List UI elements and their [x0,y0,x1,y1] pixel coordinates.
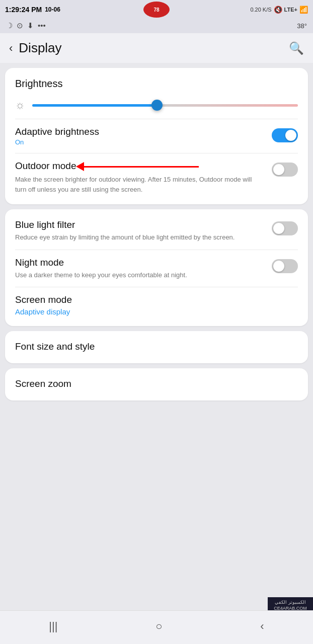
divider-1 [15,119,298,119]
outdoor-mode-row: Outdoor mode Make the screen brighter fo… [15,160,298,194]
divider-4 [15,287,298,287]
page-title: Display [19,40,61,56]
screen-mode-label: Screen mode [15,294,290,305]
blue-light-desc: Reduce eye strain by limiting the amount… [15,232,264,243]
adaptive-brightness-text: Adaptive brightness On [15,126,272,146]
signal-bars-icon: 📶 [299,6,308,14]
watermark-line1: الكمبيوتر الكفي [271,599,310,606]
more-icon: ••• [38,21,46,30]
nav-menu-button[interactable]: ||| [39,617,67,636]
font-size-label: Font size and style [15,341,298,352]
signal-label: LTE+ [284,7,297,13]
slider-track [32,104,298,107]
notif-bar: ☽ ⊙ ⬇ ••• 38° [0,19,313,33]
night-mode-toggle[interactable] [272,259,298,273]
brightness-card: Brightness ☼ Adaptive brightness On Outd… [5,68,308,204]
slider-thumb[interactable] [151,100,163,111]
adaptive-brightness-toggle[interactable] [272,128,298,142]
status-left: 1:29:24 PM 10-06 [5,6,60,14]
blue-light-row: Blue light filter Reduce eye strain by l… [15,219,298,243]
blue-light-text: Blue light filter Reduce eye strain by l… [15,219,272,243]
page-header: ‹ Display 🔍 [0,33,313,63]
outdoor-label-row: Outdoor mode [15,160,264,173]
arrow-annotation [83,166,199,168]
notif-icons: ☽ ⊙ ⬇ ••• [6,21,46,30]
adaptive-brightness-status: On [15,138,264,146]
outdoor-mode-label: Outdoor mode [15,160,76,172]
divider-3 [15,250,298,250]
header-left: ‹ Display [9,40,62,56]
status-time: 1:29:24 PM [5,6,42,14]
screen-mode-value: Adaptive display [15,307,290,316]
brightness-slider-row: ☼ [15,99,298,112]
outdoor-mode-desc: Make the screen brighter for outdoor vie… [15,175,264,194]
screen-mode-text: Screen mode Adaptive display [15,294,298,316]
toggle-knob-outdoor [273,164,284,175]
brightness-slider[interactable] [32,100,298,110]
sun-icon: ☼ [15,99,25,112]
screen-zoom-label: Screen zoom [15,378,298,389]
night-mode-text: Night mode Use a darker theme to keep yo… [15,257,272,280]
blue-light-label: Blue light filter [15,219,264,230]
font-size-card[interactable]: Font size and style [5,331,308,363]
network-speed: 0.20 K/S [250,7,271,13]
nav-back-button[interactable]: ‹ [250,617,274,636]
screen-zoom-card[interactable]: Screen zoom [5,368,308,400]
toggle-knob-night [273,261,284,272]
bottom-nav: ||| ○ ‹ [0,610,313,644]
blue-light-toggle[interactable] [272,221,298,235]
outdoor-mode-text: Outdoor mode Make the screen brighter fo… [15,160,272,194]
toggle-knob [285,130,296,141]
outdoor-mode-toggle[interactable] [272,163,298,177]
speedometer-icon: 78 [143,2,170,18]
download-icon: ⬇ [27,21,34,30]
nav-home-button[interactable]: ○ [145,617,172,636]
media-icon: ⊙ [17,21,23,30]
brightness-title: Brightness [15,78,298,90]
night-mode-row: Night mode Use a darker theme to keep yo… [15,257,298,280]
adaptive-brightness-label: Adaptive brightness [15,126,264,137]
toggle-knob-blue [273,223,284,234]
status-bar: 1:29:24 PM 10-06 78 0.20 K/S 🔇 LTE+ 📶 [0,0,313,19]
night-mode-label: Night mode [15,257,264,268]
moon-icon: ☽ [6,21,13,30]
mute-icon: 🔇 [274,6,282,14]
screen-mode-row[interactable]: Screen mode Adaptive display [15,294,298,316]
divider-2 [15,153,298,153]
search-button[interactable]: 🔍 [289,41,304,55]
temperature: 38° [297,22,307,30]
night-mode-desc: Use a darker theme to keep your eyes com… [15,270,264,280]
status-date: 10-06 [45,6,60,13]
status-right: 0.20 K/S 🔇 LTE+ 📶 [250,6,308,14]
back-button[interactable]: ‹ [9,42,13,55]
adaptive-brightness-row: Adaptive brightness On [15,126,298,146]
blue-light-card: Blue light filter Reduce eye strain by l… [5,209,308,326]
